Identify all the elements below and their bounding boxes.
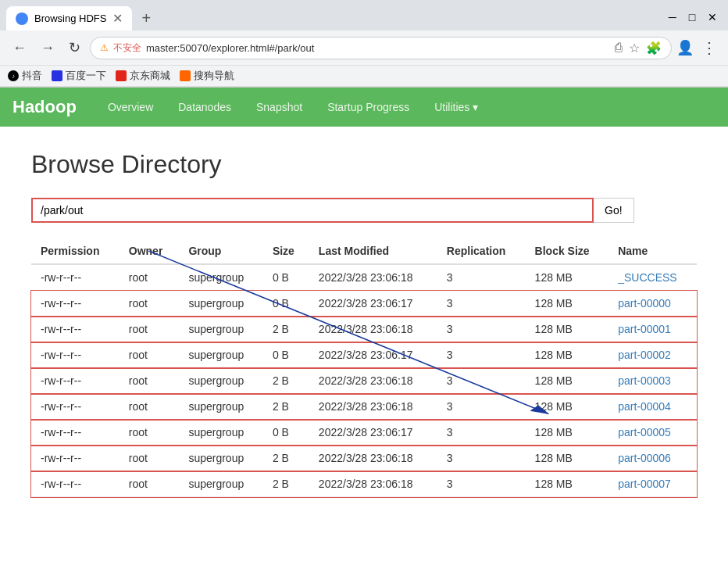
cell-replication: 3 <box>437 394 526 420</box>
cell-size: 2 B <box>263 471 309 497</box>
cell-name[interactable]: part-00005 <box>608 420 697 446</box>
cell-permission: -rw-r--r-- <box>31 291 120 317</box>
bookmark-jd[interactable]: 京东商城 <box>116 69 170 83</box>
path-input[interactable] <box>31 198 594 223</box>
cell-size: 2 B <box>263 446 309 471</box>
cell-blocksize: 128 MB <box>526 394 609 420</box>
cell-permission: -rw-r--r-- <box>31 368 120 394</box>
cell-group: supergroup <box>179 471 263 497</box>
cell-modified: 2022/3/28 23:06:18 <box>309 317 437 342</box>
cell-name[interactable]: part-00002 <box>608 342 697 368</box>
file-link[interactable]: part-00004 <box>618 400 671 413</box>
bookmark-sougou[interactable]: 搜狗导航 <box>180 69 234 83</box>
nav-overview[interactable]: Overview <box>95 90 166 124</box>
nav-startup-progress[interactable]: Startup Progress <box>315 90 422 124</box>
profile-icon[interactable]: 👤 <box>676 39 694 56</box>
cell-blocksize: 128 MB <box>526 446 609 471</box>
security-label: 不安全 <box>113 41 141 55</box>
file-link[interactable]: part-00003 <box>618 374 671 387</box>
file-link[interactable]: part-00002 <box>618 349 671 361</box>
table-row: -rw-r--r--rootsupergroup2 B2022/3/28 23:… <box>31 471 697 497</box>
cell-permission: -rw-r--r-- <box>31 446 120 471</box>
forward-button[interactable]: → <box>36 37 59 59</box>
window-maximize-button[interactable]: □ <box>684 8 700 27</box>
col-modified: Last Modified <box>309 238 437 264</box>
tab-close-button[interactable]: ✕ <box>112 11 123 26</box>
nav-datanodes[interactable]: Datanodes <box>166 90 244 124</box>
table-container: Permission Owner Group Size Last Modifie… <box>31 238 697 497</box>
window-minimize-button[interactable]: ─ <box>664 8 681 27</box>
cell-size: 2 B <box>263 368 309 394</box>
file-link[interactable]: part-00005 <box>618 426 671 438</box>
browser-chrome: Browsing HDFS ✕ + ─ □ ✕ ← → ↻ ⚠ 不安全 mast… <box>0 0 728 88</box>
window-close-button[interactable]: ✕ <box>703 8 722 27</box>
cell-name[interactable]: part-00000 <box>608 291 697 317</box>
menu-button[interactable]: ⋮ <box>698 35 720 60</box>
cell-permission: -rw-r--r-- <box>31 420 120 446</box>
cell-name[interactable]: part-00001 <box>608 317 697 342</box>
bookmark-douyin[interactable]: ♪ 抖音 <box>8 69 42 83</box>
directory-table: Permission Owner Group Size Last Modifie… <box>31 238 697 497</box>
cell-modified: 2022/3/28 23:06:17 <box>309 291 437 317</box>
tab-bar-right: ─ □ ✕ <box>664 11 722 27</box>
cell-group: supergroup <box>179 394 263 420</box>
col-blocksize: Block Size <box>526 238 609 264</box>
cell-owner: root <box>120 420 180 446</box>
cell-replication: 3 <box>437 291 526 317</box>
table-row: -rw-r--r--rootsupergroup2 B2022/3/28 23:… <box>31 394 697 420</box>
refresh-button[interactable]: ↻ <box>64 36 85 59</box>
nav-utilities[interactable]: Utilities ▾ <box>422 90 491 124</box>
cell-modified: 2022/3/28 23:06:18 <box>309 264 437 291</box>
cell-owner: root <box>120 342 180 368</box>
cell-owner: root <box>120 368 180 394</box>
cell-blocksize: 128 MB <box>526 420 609 446</box>
address-text[interactable]: master:50070/explorer.html#/park/out <box>146 42 610 54</box>
table-row: -rw-r--r--rootsupergroup2 B2022/3/28 23:… <box>31 317 697 342</box>
col-replication: Replication <box>437 238 526 264</box>
file-link[interactable]: part-00007 <box>618 478 671 490</box>
bookmark-douyin-label: 抖音 <box>22 69 42 83</box>
cell-name[interactable]: part-00003 <box>608 368 697 394</box>
cell-group: supergroup <box>179 446 263 471</box>
active-tab[interactable]: Browsing HDFS ✕ <box>6 6 132 30</box>
cell-size: 0 B <box>263 420 309 446</box>
table-row: -rw-r--r--rootsupergroup0 B2022/3/28 23:… <box>31 342 697 368</box>
file-link[interactable]: _SUCCESS <box>618 271 676 284</box>
cell-blocksize: 128 MB <box>526 368 609 394</box>
cell-group: supergroup <box>179 317 263 342</box>
cell-owner: root <box>120 446 180 471</box>
cell-modified: 2022/3/28 23:06:18 <box>309 394 437 420</box>
bookmark-baidu[interactable]: 百度一下 <box>52 69 106 83</box>
security-icon: ⚠ <box>100 42 109 53</box>
go-button[interactable]: Go! <box>594 198 634 223</box>
cell-permission: -rw-r--r-- <box>31 264 120 291</box>
back-button[interactable]: ← <box>8 37 31 59</box>
cell-permission: -rw-r--r-- <box>31 394 120 420</box>
cell-blocksize: 128 MB <box>526 291 609 317</box>
bookmark-baidu-label: 百度一下 <box>66 69 106 83</box>
nav-snapshot[interactable]: Snapshot <box>244 90 315 124</box>
cell-name[interactable]: part-00007 <box>608 471 697 497</box>
file-link[interactable]: part-00006 <box>618 452 671 464</box>
cell-modified: 2022/3/28 23:06:17 <box>309 420 437 446</box>
col-permission: Permission <box>31 238 120 264</box>
sougou-favicon <box>180 70 191 81</box>
table-header: Permission Owner Group Size Last Modifie… <box>31 238 697 264</box>
address-bar[interactable]: ⚠ 不安全 master:50070/explorer.html#/park/o… <box>90 37 672 59</box>
cell-name[interactable]: part-00004 <box>608 394 697 420</box>
file-link[interactable]: part-00001 <box>618 323 671 335</box>
new-tab-button[interactable]: + <box>135 6 157 30</box>
bookmark-icon[interactable]: ☆ <box>629 41 640 55</box>
extensions-icon[interactable]: 🧩 <box>646 41 662 55</box>
share-icon[interactable]: ⎙ <box>615 41 623 55</box>
cell-blocksize: 128 MB <box>526 264 609 291</box>
table-row: -rw-r--r--rootsupergroup0 B2022/3/28 23:… <box>31 420 697 446</box>
file-link[interactable]: part-00000 <box>618 297 671 310</box>
cell-name[interactable]: part-00006 <box>608 446 697 471</box>
cell-replication: 3 <box>437 420 526 446</box>
cell-replication: 3 <box>437 368 526 394</box>
col-size: Size <box>263 238 309 264</box>
cell-name[interactable]: _SUCCESS <box>608 264 697 291</box>
hadoop-navbar: Hadoop Overview Datanodes Snapshot Start… <box>0 88 728 127</box>
bookmark-sougou-label: 搜狗导航 <box>194 69 234 83</box>
